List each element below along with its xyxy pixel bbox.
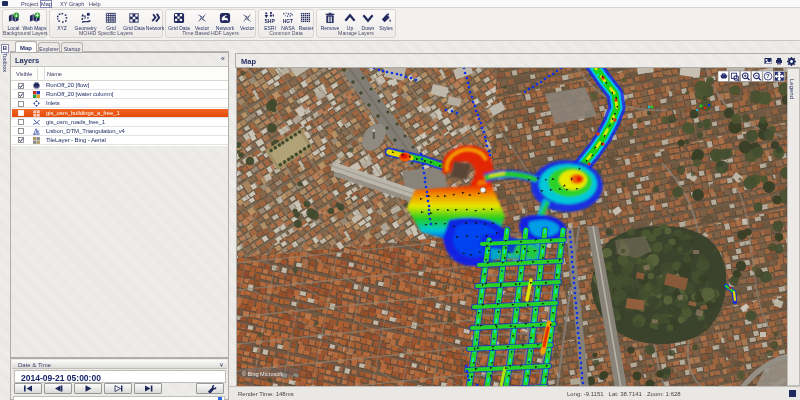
svg-text:© Bing Microsoft: © Bing Microsoft xyxy=(242,371,283,377)
svg-text:SHP: SHP xyxy=(265,18,276,24)
svg-text:?: ? xyxy=(766,72,770,79)
